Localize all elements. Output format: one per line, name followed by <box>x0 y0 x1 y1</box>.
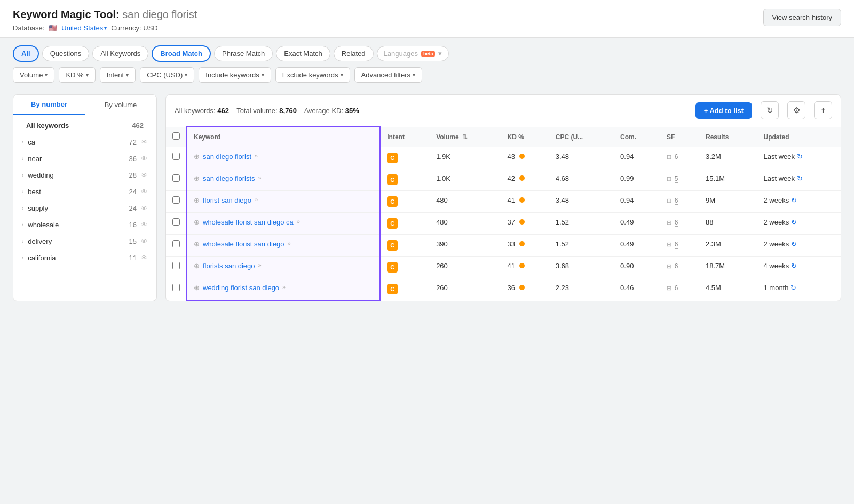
row-checkbox-cell[interactable] <box>166 191 187 213</box>
sidebar-item-all-keywords[interactable]: All keywords 462 <box>13 117 156 134</box>
sidebar-tab-by-volume[interactable]: By volume <box>85 95 156 115</box>
export-button[interactable]: ⬆ <box>814 101 832 119</box>
row-checkbox-cell[interactable] <box>166 235 187 257</box>
add-keyword-icon: ⊕ <box>194 284 200 292</box>
filters-row: Volume ▾ KD % ▾ Intent ▾ CPC (USD) ▾ Inc… <box>0 62 854 88</box>
row-checkbox[interactable] <box>172 153 180 160</box>
view-history-button[interactable]: View search history <box>763 9 841 26</box>
row-refresh-icon[interactable]: ↻ <box>790 284 796 292</box>
delivery-eye-icon[interactable]: 👁 <box>141 237 148 245</box>
keyword-link[interactable]: ⊕ florist san diego » <box>194 196 373 204</box>
select-all-header[interactable] <box>166 127 187 147</box>
keyword-link[interactable]: ⊕ san diego florist » <box>194 153 373 161</box>
volume-col-header[interactable]: Volume ⇅ <box>430 127 501 147</box>
tab-questions[interactable]: Questions <box>42 46 90 61</box>
languages-dropdown[interactable]: Languages beta ▾ <box>377 46 449 61</box>
wholesale-eye-icon[interactable]: 👁 <box>141 221 148 229</box>
volume-filter[interactable]: Volume ▾ <box>13 67 54 83</box>
intent-filter[interactable]: Intent ▾ <box>100 67 136 83</box>
settings-button[interactable]: ⚙ <box>787 101 805 119</box>
intent-cell: C <box>380 257 430 278</box>
row-checkbox-cell[interactable] <box>166 147 187 169</box>
best-chevron-icon: › <box>22 189 23 195</box>
tab-all-keywords[interactable]: All Keywords <box>92 46 148 61</box>
row-checkbox[interactable] <box>172 284 180 291</box>
sidebar-tabs: By number By volume <box>13 95 156 115</box>
sidebar-item-california[interactable]: › california 11 👁 <box>13 250 156 266</box>
sidebar-item-ca[interactable]: › ca 72 👁 <box>13 134 156 150</box>
keyword-arrows-icon: » <box>282 284 286 290</box>
keyword-link[interactable]: ⊕ wholesale florist san diego » <box>194 240 373 248</box>
intent-badge: C <box>387 218 398 229</box>
sf-value: 6 <box>675 262 678 270</box>
tab-exact-match[interactable]: Exact Match <box>276 46 330 61</box>
near-eye-icon[interactable]: 👁 <box>141 155 148 163</box>
row-checkbox-cell[interactable] <box>166 169 187 191</box>
wedding-eye-icon[interactable]: 👁 <box>141 171 148 179</box>
wedding-label: wedding <box>28 171 129 179</box>
tab-broad-match[interactable]: Broad Match <box>152 45 211 62</box>
row-checkbox[interactable] <box>172 218 180 226</box>
sidebar-item-best[interactable]: › best 24 👁 <box>13 183 156 200</box>
select-all-checkbox[interactable] <box>172 132 180 140</box>
intent-filter-label: Intent <box>107 71 124 79</box>
volume-cell: 1.9K <box>430 147 501 169</box>
california-label: california <box>28 254 129 262</box>
sidebar-tab-by-number[interactable]: By number <box>13 95 85 115</box>
sf-search-icon: ⊞ <box>667 285 671 291</box>
intent-badge: C <box>387 174 398 185</box>
keyword-link[interactable]: ⊕ florists san diego » <box>194 262 373 270</box>
intent-badge: C <box>387 196 398 207</box>
sidebar-item-wholesale[interactable]: › wholesale 16 👁 <box>13 217 156 233</box>
kd-filter[interactable]: KD % ▾ <box>59 67 95 83</box>
sidebar-item-wedding[interactable]: › wedding 28 👁 <box>13 167 156 183</box>
supply-eye-icon[interactable]: 👁 <box>141 204 148 212</box>
row-refresh-icon[interactable]: ↻ <box>791 262 797 270</box>
row-refresh-icon[interactable]: ↻ <box>791 218 797 226</box>
updated-cell: Last week ↻ <box>757 147 841 169</box>
row-checkbox-cell[interactable] <box>166 278 187 300</box>
california-eye-icon[interactable]: 👁 <box>141 254 148 262</box>
cpc-filter[interactable]: CPC (USD) ▾ <box>140 67 194 83</box>
row-refresh-icon[interactable]: ↻ <box>797 174 803 182</box>
row-checkbox-cell[interactable] <box>166 213 187 235</box>
tab-related[interactable]: Related <box>334 46 374 61</box>
advanced-filters[interactable]: Advanced filters ▾ <box>354 67 423 83</box>
exclude-keywords-filter[interactable]: Exclude keywords ▾ <box>275 67 350 83</box>
sf-value: 6 <box>675 197 678 205</box>
sf-cell: ⊞ 6 <box>660 147 699 169</box>
keyword-link[interactable]: ⊕ san diego florists » <box>194 174 373 182</box>
keyword-link[interactable]: ⊕ wholesale florist san diego ca » <box>194 218 373 226</box>
add-to-list-button[interactable]: + Add to list <box>695 102 752 119</box>
row-checkbox[interactable] <box>172 262 180 269</box>
row-checkbox[interactable] <box>172 174 180 182</box>
sidebar-item-supply[interactable]: › supply 24 👁 <box>13 200 156 217</box>
row-checkbox-cell[interactable] <box>166 257 187 278</box>
tabs-row: All Questions All Keywords Broad Match P… <box>0 38 854 62</box>
include-keywords-filter[interactable]: Include keywords ▾ <box>199 67 271 83</box>
sf-cell: ⊞ 6 <box>660 191 699 213</box>
volume-cell: 480 <box>430 191 501 213</box>
country-selector[interactable]: United States ▾ <box>61 24 107 32</box>
row-refresh-icon[interactable]: ↻ <box>797 153 803 161</box>
tab-all[interactable]: All <box>13 45 39 62</box>
sidebar-item-near[interactable]: › near 36 👁 <box>13 150 156 167</box>
refresh-button[interactable]: ↻ <box>761 101 779 119</box>
keyword-col-header: Keyword <box>187 127 380 147</box>
com-cell: 0.49 <box>614 213 660 235</box>
row-checkbox[interactable] <box>172 240 180 247</box>
row-checkbox[interactable] <box>172 196 180 204</box>
volume-cell: 260 <box>430 257 501 278</box>
best-eye-icon[interactable]: 👁 <box>141 188 148 196</box>
row-refresh-icon[interactable]: ↻ <box>791 196 797 204</box>
results-cell: 15.1M <box>699 169 757 191</box>
kd-indicator <box>519 175 525 181</box>
keyword-text: florist san diego <box>203 196 251 204</box>
sidebar-item-delivery[interactable]: › delivery 15 👁 <box>13 233 156 250</box>
ca-eye-icon[interactable]: 👁 <box>141 138 148 146</box>
keyword-cell: ⊕ florist san diego » <box>187 191 380 213</box>
tab-phrase-match[interactable]: Phrase Match <box>214 46 273 61</box>
keyword-link[interactable]: ⊕ wedding florist san diego » <box>194 284 373 292</box>
sf-value: 6 <box>675 241 678 249</box>
row-refresh-icon[interactable]: ↻ <box>791 240 797 248</box>
